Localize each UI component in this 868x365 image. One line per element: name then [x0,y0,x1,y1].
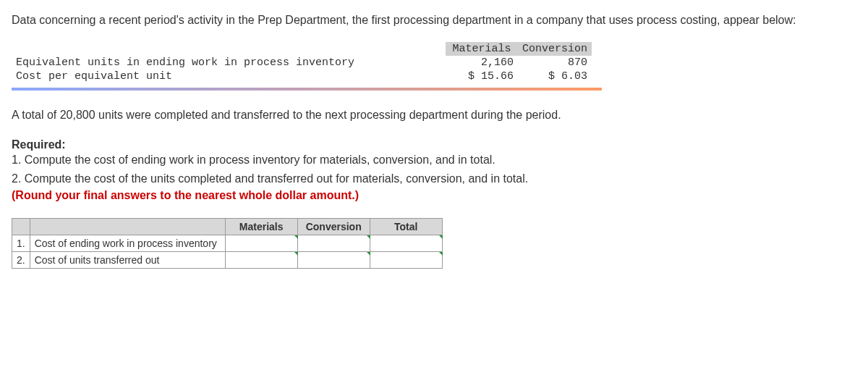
conversion-input-cell[interactable] [297,235,370,252]
intro-paragraph: Data concerning a recent period's activi… [12,12,856,29]
table-row: 1. Cost of ending work in process invent… [12,235,443,252]
rounding-note: (Round your final answers to the nearest… [12,189,856,202]
requirement-1: 1. Compute the cost of ending work in pr… [12,151,856,169]
row-label: Cost of ending work in process inventory [30,235,225,252]
total-input-cell[interactable] [370,235,442,252]
scroll-indicator-bar [12,88,602,91]
requirement-2: 2. Compute the cost of the units complet… [12,170,856,188]
blank-header [12,219,30,235]
row-number: 2. [12,252,30,269]
table-row: Materials Conversion [12,42,592,56]
blank-header [12,42,446,56]
materials-input-cell[interactable] [225,252,297,269]
conversion-header: Conversion [518,42,592,56]
blank-header [30,219,225,235]
materials-input-cell[interactable] [225,235,297,252]
materials-header: Materials [446,42,518,56]
materials-header: Materials [225,219,297,235]
table-row: Materials Conversion Total [12,219,443,235]
row-label: Equivalent units in ending work in proce… [12,56,446,70]
table-row: 2. Cost of units transferred out [12,252,443,269]
table-row: Cost per equivalent unit $ 15.66 $ 6.03 [12,70,592,83]
row-materials-value: $ 15.66 [446,70,518,83]
conversion-header: Conversion [297,219,370,235]
input-marker-icon [439,235,443,239]
middle-paragraph: A total of 20,800 units were completed a… [12,106,856,124]
input-marker-icon [439,252,443,256]
row-materials-value: 2,160 [446,56,518,70]
answer-input-table: Materials Conversion Total 1. Cost of en… [12,218,443,269]
given-data-table: Materials Conversion Equivalent units in… [12,42,592,83]
row-conversion-value: $ 6.03 [518,70,592,83]
total-header: Total [370,219,442,235]
required-heading: Required: [12,138,856,151]
row-label: Cost of units transferred out [30,252,225,269]
total-input-cell[interactable] [370,252,442,269]
row-label: Cost per equivalent unit [12,70,446,83]
row-conversion-value: 870 [518,56,592,70]
row-number: 1. [12,235,30,252]
table-row: Equivalent units in ending work in proce… [12,56,592,70]
conversion-input-cell[interactable] [297,252,370,269]
